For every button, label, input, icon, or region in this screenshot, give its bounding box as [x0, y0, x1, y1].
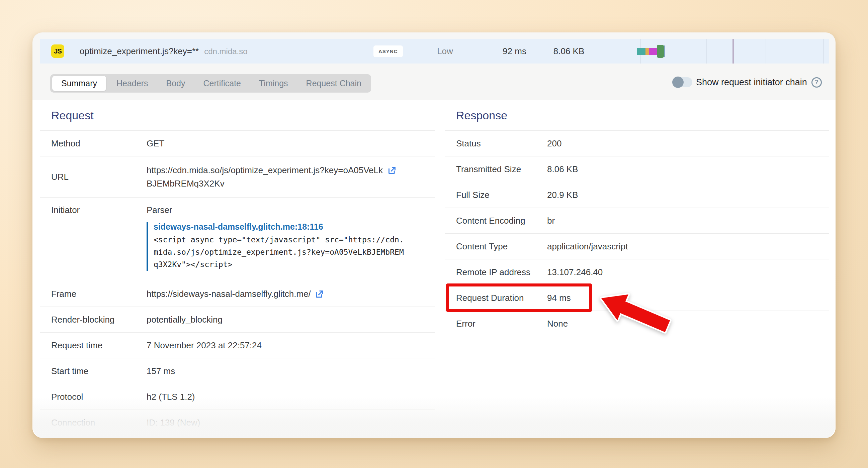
table-row: Content Encoding br — [445, 208, 829, 233]
row-value: 157 ms — [147, 366, 175, 376]
row-label: Request Duration — [456, 293, 547, 303]
row-value: ID: 139 (New) — [147, 417, 200, 428]
waterfall-gridline — [706, 39, 707, 64]
js-file-icon: JS — [51, 44, 64, 58]
request-file-name: optimize_experiment.js?key=** cdn.mida.s… — [80, 39, 248, 64]
row-label: Start time — [51, 366, 147, 376]
row-label: Transmitted Size — [456, 164, 547, 174]
row-value: 8.06 KB — [547, 164, 578, 174]
row-value: GET — [147, 138, 164, 149]
row-value: 94 ms — [547, 293, 571, 303]
waterfall-bar-magenta[interactable] — [649, 48, 657, 55]
frame-url: https://sideways-nasal-damselfly.glitch.… — [147, 289, 311, 299]
tab-body[interactable]: Body — [157, 74, 194, 93]
row-label: Frame — [51, 289, 147, 299]
response-section: Response Status 200 Transmitted Size 8.0… — [445, 100, 829, 336]
row-label: Request time — [51, 340, 147, 351]
initiator-code-line: <script async type="text/javascript" src… — [154, 234, 404, 246]
row-value: Parser sideways-nasal-damselfly.glitch.m… — [147, 198, 404, 271]
waterfall-bar-amber[interactable] — [646, 48, 649, 55]
initiator-code-line: q3X2Kv"></script> — [154, 258, 404, 271]
initiator-stack-block: sideways-nasal-damselfly.glitch.me:18:11… — [147, 222, 404, 271]
tab-request-chain[interactable]: Request Chain — [297, 74, 370, 93]
table-row: Connection ID: 139 (New) — [40, 409, 435, 435]
table-row: Full Size 20.9 KB — [445, 182, 829, 208]
row-label: Connection — [51, 417, 147, 428]
initiator-code-line: mida.so/js/optimize_experiment.js?key=oA… — [154, 246, 404, 258]
row-label: Content Type — [456, 241, 547, 252]
row-value: 13.107.246.40 — [547, 267, 603, 277]
async-badge: ASYNC — [373, 45, 403, 57]
size-value: 8.06 KB — [549, 39, 589, 64]
table-row: Content Type application/javascript — [445, 233, 829, 259]
request-section: Request Method GET URL https://cdn.mida.… — [40, 100, 435, 435]
row-label: URL — [51, 172, 147, 182]
table-row-request-duration: Request Duration 94 ms — [445, 285, 829, 310]
help-icon[interactable]: ? — [811, 77, 822, 88]
initiator-chain-row: Show request initiator chain ? — [673, 74, 822, 91]
row-value: None — [547, 319, 568, 329]
table-row: Remote IP address 13.107.246.40 — [445, 259, 829, 285]
row-label: Content Encoding — [456, 215, 547, 226]
toggle-knob — [672, 76, 684, 88]
table-row: Error None — [445, 310, 829, 336]
url-line2: BJEMbREMq3X2Kv — [147, 178, 224, 189]
waterfall-gridline — [766, 39, 766, 64]
table-row-initiator: Initiator Parser sideways-nasal-damselfl… — [40, 197, 435, 281]
waterfall-bar-blue[interactable] — [664, 45, 665, 57]
waterfall-event-marker — [733, 39, 734, 64]
tab-summary[interactable]: Summary — [52, 76, 106, 91]
waterfall-bar-green[interactable] — [657, 45, 664, 58]
row-label: Method — [51, 138, 147, 149]
waterfall-bar-teal[interactable] — [637, 48, 646, 55]
url-line1: https://cdn.mida.so/js/optimize_experime… — [147, 165, 383, 175]
initiator-source-link[interactable]: sideways-nasal-damselfly.glitch.me:18:11… — [154, 222, 404, 232]
file-name-text: optimize_experiment.js?key=** — [80, 46, 199, 57]
priority-value: Low — [425, 39, 465, 64]
tab-certificate[interactable]: Certificate — [194, 74, 250, 93]
network-request-row[interactable]: JS optimize_experiment.js?key=** cdn.mid… — [40, 39, 829, 64]
row-value: https://cdn.mida.so/js/optimize_experime… — [147, 165, 397, 189]
request-initiator-toggle[interactable] — [673, 77, 692, 87]
initiator-type: Parser — [147, 205, 404, 215]
request-host: cdn.mida.so — [204, 47, 247, 56]
table-row: Status 200 — [445, 130, 829, 156]
row-value: 200 — [547, 138, 561, 149]
row-label: Full Size — [456, 190, 547, 200]
table-row-method: Method GET — [40, 130, 435, 156]
external-link-icon[interactable] — [315, 290, 324, 299]
summary-content: Request Method GET URL https://cdn.mida.… — [32, 100, 836, 438]
row-value: application/javascript — [547, 241, 628, 252]
duration-value: 92 ms — [495, 39, 534, 64]
table-row: Transmitted Size 8.06 KB — [445, 156, 829, 182]
row-value: potentially_blocking — [147, 314, 222, 325]
row-value: 20.9 KB — [547, 190, 578, 200]
table-row: Render-blocking potentially_blocking — [40, 306, 435, 332]
row-label: Status — [456, 138, 547, 149]
table-row: Start time 157 ms — [40, 358, 435, 384]
table-row-frame: Frame https://sideways-nasal-damselfly.g… — [40, 281, 435, 306]
table-row: Request time 7 November 2023 at 22:57:24 — [40, 332, 435, 358]
tab-timings[interactable]: Timings — [250, 74, 297, 93]
initiator-chain-label: Show request initiator chain — [696, 77, 807, 88]
row-label: Error — [456, 319, 547, 329]
row-label: Remote IP address — [456, 267, 547, 277]
request-section-title: Request — [40, 100, 435, 130]
detail-tabs: Summary Headers Body Certificate Timings… — [50, 74, 371, 93]
row-label: Initiator — [51, 198, 147, 215]
table-row-url: URL https://cdn.mida.so/js/optimize_expe… — [40, 156, 435, 197]
external-link-icon[interactable] — [388, 166, 397, 175]
row-value: h2 (TLS 1.2) — [147, 392, 195, 402]
request-details-card: JS optimize_experiment.js?key=** cdn.mid… — [32, 32, 836, 438]
table-row: Protocol h2 (TLS 1.2) — [40, 384, 435, 409]
tab-headers[interactable]: Headers — [107, 74, 157, 93]
response-section-title: Response — [445, 100, 829, 130]
row-value: br — [547, 215, 555, 226]
row-label: Render-blocking — [51, 314, 147, 325]
waterfall-gridline — [823, 39, 824, 64]
row-label: Protocol — [51, 392, 147, 402]
row-value: 7 November 2023 at 22:57:24 — [147, 340, 262, 351]
